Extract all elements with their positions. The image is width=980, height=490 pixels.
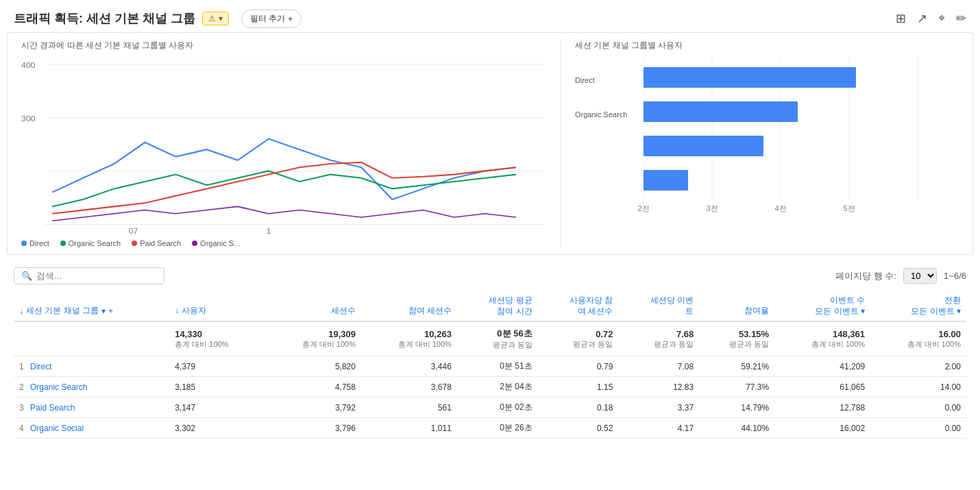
- table-row: 3 Paid Search 3,147 3,792 561 0분 02초 0.1…: [14, 397, 966, 418]
- total-engaged-sessions: 10,263 총계 대비 100%: [361, 321, 457, 356]
- col-header-conversions[interactable]: 전환모든 이벤트 ▾: [870, 291, 966, 321]
- row-channel: 1 Direct: [14, 356, 169, 377]
- cell-engaged-sessions: 3,678: [361, 377, 457, 397]
- filter-plus-icon: +: [288, 14, 293, 24]
- legend-label-organic-search: Organic Search: [69, 239, 121, 247]
- filter-label: 필터 추가: [250, 13, 285, 25]
- total-label: [14, 321, 169, 356]
- cell-sessions-per-user: 0.52: [538, 418, 619, 439]
- bar-chart-panel: 세션 기본 채널 그룹별 사용자 2전 3전 4전 5전 Direct Orga…: [561, 40, 959, 247]
- page-size-select[interactable]: 10 25 50: [903, 268, 937, 284]
- row-channel: 3 Paid Search: [14, 397, 169, 418]
- add-col-icon[interactable]: +: [108, 306, 113, 316]
- svg-text:3전: 3전: [706, 204, 718, 212]
- cell-engagement-rate: 44.10%: [699, 418, 774, 439]
- alert-badge[interactable]: ⚠ ▾: [202, 12, 229, 25]
- total-users: 14,330 총계 대비 100%: [169, 321, 265, 356]
- table-row: 2 Organic Search 3,185 4,758 3,678 2분 04…: [14, 377, 966, 397]
- row-num: 3: [19, 403, 24, 413]
- table-row: 1 Direct 4,379 5,820 3,446 0분 51초 0.79 7…: [14, 356, 966, 377]
- cell-conversions: 0.00: [870, 397, 966, 418]
- col-header-event-count[interactable]: 이벤트 수모든 이벤트 ▾: [774, 291, 870, 321]
- cell-events-per-session: 3.37: [618, 397, 699, 418]
- row-num: 4: [19, 424, 24, 433]
- svg-text:400: 400: [21, 60, 36, 69]
- conversions-dropdown-icon[interactable]: ▾: [957, 306, 961, 316]
- total-conversions: 16.00 총계 대비 100%: [870, 321, 966, 356]
- sort-icon: ↓: [19, 306, 23, 316]
- cell-avg-engagement: 2분 04초: [457, 377, 538, 397]
- col-header-events-per-session[interactable]: 세션당 이벤트: [618, 291, 699, 321]
- bar-chart: 2전 3전 4전 5전 Direct Organic Search: [575, 57, 959, 235]
- svg-text:300: 300: [21, 114, 36, 123]
- svg-text:2전: 2전: [637, 204, 649, 212]
- svg-text:Organic Search: Organic Search: [575, 110, 627, 119]
- legend-organic-social: Organic S...: [192, 239, 240, 247]
- svg-rect-23: [644, 170, 688, 191]
- channel-link[interactable]: Paid Search: [30, 403, 75, 413]
- cell-avg-engagement: 0분 51초: [457, 356, 538, 377]
- svg-rect-22: [644, 136, 763, 156]
- svg-rect-20: [644, 67, 856, 88]
- data-table-wrapper: ↓ 세션 기본 채널 그룹 ▾ + ↓ 사용자 세션수 참여 세션수 세션당 평…: [0, 291, 980, 439]
- total-avg-engagement: 0분 56초 평균과 동일: [457, 321, 538, 356]
- legend-label-direct: Direct: [29, 239, 49, 247]
- share-button[interactable]: ↗: [917, 11, 927, 26]
- add-filter-button[interactable]: 필터 추가 +: [241, 10, 302, 28]
- search-icon: 🔍: [21, 271, 32, 281]
- line-chart-title: 시간 경과에 따른 세션 기본 채널 그룹별 사용자: [21, 40, 547, 51]
- cell-sessions-per-user: 1.15: [538, 377, 619, 397]
- svg-text:4전: 4전: [774, 204, 786, 212]
- cell-events-per-session: 7.08: [618, 356, 699, 377]
- search-filter-row: 🔍 페이지당 행 수: 10 25 50 1~6/6: [0, 260, 980, 291]
- sort-down-icon: ↓: [175, 306, 181, 315]
- bar-chart-title: 세션 기본 채널 그룹별 사용자: [575, 40, 959, 51]
- channel-link[interactable]: Organic Search: [30, 382, 87, 392]
- col-header-avg-engagement[interactable]: 세션당 평균참여 시간: [457, 291, 538, 321]
- bookmark-button[interactable]: ⌖: [938, 11, 945, 25]
- channel-link[interactable]: Direct: [30, 362, 51, 371]
- svg-text:5월: 5월: [127, 234, 140, 235]
- cell-engagement-rate: 59.21%: [699, 356, 774, 377]
- channel-link[interactable]: Organic Social: [30, 424, 84, 433]
- cell-event-count: 41,209: [774, 356, 870, 377]
- legend-dot-direct: [21, 241, 27, 246]
- cell-event-count: 16,002: [774, 418, 870, 439]
- channel-filter-icon[interactable]: ▾: [101, 306, 106, 316]
- alert-dropdown-arrow[interactable]: ▾: [219, 14, 223, 23]
- col-header-sessions[interactable]: 세션수: [265, 291, 361, 321]
- cell-sessions: 4,758: [265, 377, 361, 397]
- cell-sessions: 5,820: [265, 356, 361, 377]
- legend-label-paid-search: Paid Search: [140, 239, 181, 247]
- cell-engaged-sessions: 561: [361, 397, 457, 418]
- cell-conversions: 2.00: [870, 356, 966, 377]
- col-header-sessions-per-user[interactable]: 사용자당 참여 세션수: [538, 291, 619, 321]
- total-sessions: 19,309 총계 대비 100%: [265, 321, 361, 356]
- data-table: ↓ 세션 기본 채널 그룹 ▾ + ↓ 사용자 세션수 참여 세션수 세션당 평…: [14, 291, 966, 439]
- customize-button[interactable]: ⊞: [896, 11, 906, 26]
- col-header-users[interactable]: ↓ 사용자: [169, 291, 265, 321]
- cell-engagement-rate: 77.3%: [699, 377, 774, 397]
- event-count-dropdown-icon[interactable]: ▾: [861, 306, 865, 316]
- edit-button[interactable]: ✏: [956, 11, 966, 26]
- col-header-channel[interactable]: ↓ 세션 기본 채널 그룹 ▾ +: [14, 291, 169, 321]
- cell-events-per-session: 12.83: [618, 377, 699, 397]
- svg-text:5전: 5전: [843, 204, 855, 212]
- search-box[interactable]: 🔍: [14, 267, 164, 284]
- total-events-per-session: 7.68 평균과 동일: [618, 321, 699, 356]
- legend-label-organic-social: Organic S...: [200, 239, 240, 247]
- row-channel: 4 Organic Social: [14, 418, 169, 439]
- cell-sessions: 3,796: [265, 418, 361, 439]
- cell-event-count: 12,788: [774, 397, 870, 418]
- line-chart: 400 300 07 5월 1: [21, 57, 547, 235]
- charts-section: 시간 경과에 따른 세션 기본 채널 그룹별 사용자 400 300: [7, 32, 973, 255]
- col-header-engagement-rate[interactable]: 참여율: [699, 291, 774, 321]
- row-num: 2: [19, 382, 24, 392]
- total-row: 14,330 총계 대비 100% 19,309 총계 대비 100% 10,2…: [14, 321, 966, 356]
- legend-organic-search: Organic Search: [60, 239, 121, 247]
- line-chart-panel: 시간 경과에 따른 세션 기본 채널 그룹별 사용자 400 300: [21, 40, 561, 247]
- cell-conversions: 0.00: [870, 418, 966, 439]
- total-engagement-rate: 53.15% 평균과 동일: [699, 321, 774, 356]
- col-header-engaged-sessions[interactable]: 참여 세션수: [361, 291, 457, 321]
- search-input[interactable]: [36, 271, 157, 281]
